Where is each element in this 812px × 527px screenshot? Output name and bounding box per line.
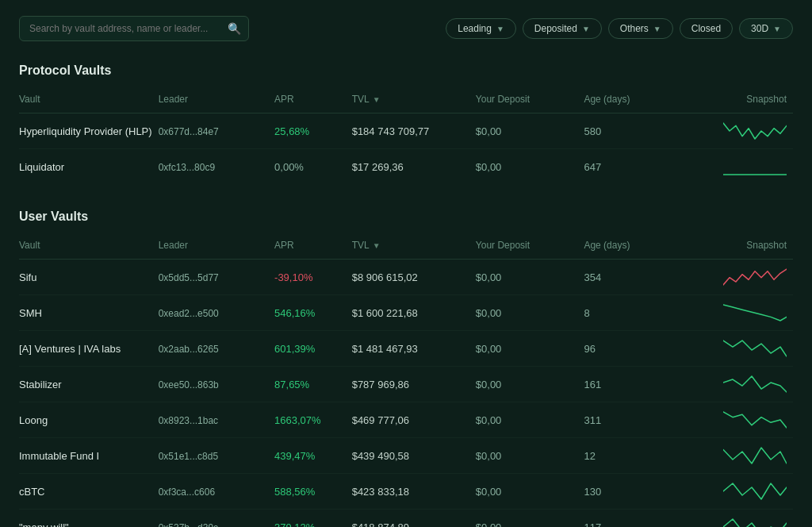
tvl-value: $1 600 221,68 xyxy=(352,307,418,319)
leading-chevron-icon: ▼ xyxy=(496,25,504,33)
protocol-col-leader: Leader xyxy=(159,89,274,113)
protocol-vaults-title: Protocol Vaults xyxy=(19,63,793,78)
tvl-value: $17 269,36 xyxy=(352,161,404,173)
apr-value: 0,00% xyxy=(274,161,304,173)
age-value: 311 xyxy=(584,414,601,426)
age-value: 8 xyxy=(584,307,589,319)
protocol-col-snapshot: Snapshot xyxy=(677,89,793,113)
apr-value: 1663,07% xyxy=(274,414,321,426)
table-row[interactable]: SMH 0xead2...e500 546,16% $1 600 221,68 … xyxy=(19,295,793,331)
protocol-vaults-section: Protocol Vaults Vault Leader APR TVL ▼ Y… xyxy=(19,63,793,184)
filter-group: Leading ▼ Deposited ▼ Others ▼ Closed 30… xyxy=(446,18,793,39)
apr-value: 546,16% xyxy=(274,307,315,319)
vault-name: [A] Ventures | IVA labs xyxy=(19,343,121,355)
time-label: 30D xyxy=(751,23,768,34)
vault-name: Immutable Fund I xyxy=(19,450,99,462)
age-value: 12 xyxy=(584,450,595,462)
tvl-value: $423 833,18 xyxy=(352,486,409,498)
deposit-value: $0,00 xyxy=(476,486,502,498)
table-row[interactable]: "many will" 0x537b...d39c 379,12% $418 8… xyxy=(19,510,793,528)
sparkline xyxy=(723,157,787,176)
search-wrapper: 🔍 xyxy=(19,16,249,41)
age-value: 130 xyxy=(584,486,601,498)
vault-name: Liquidator xyxy=(19,161,64,173)
leader-address: 0x677d...84e7 xyxy=(159,126,219,137)
tvl-value: $184 743 709,77 xyxy=(352,125,430,137)
apr-value: 87,65% xyxy=(274,379,309,390)
user-vaults-table: Vault Leader APR TVL ▼ Your Deposit Age … xyxy=(19,235,793,527)
age-value: 580 xyxy=(584,125,601,137)
sparkline xyxy=(723,121,787,140)
protocol-vaults-table: Vault Leader APR TVL ▼ Your Deposit Age … xyxy=(19,89,793,184)
user-col-deposit: Your Deposit xyxy=(476,235,584,260)
user-col-tvl[interactable]: TVL ▼ xyxy=(352,235,476,260)
apr-value: -39,10% xyxy=(274,271,312,283)
user-vaults-section: User Vaults Vault Leader APR TVL ▼ Your … xyxy=(19,210,793,527)
protocol-col-vault: Vault xyxy=(19,89,159,113)
table-row[interactable]: Stabilizer 0xee50...863b 87,65% $787 969… xyxy=(19,367,793,402)
apr-value: 439,47% xyxy=(274,450,315,462)
top-bar: 🔍 Leading ▼ Deposited ▼ Others ▼ Closed … xyxy=(19,16,793,41)
protocol-col-age: Age (days) xyxy=(584,89,676,113)
deposit-value: $0,00 xyxy=(476,379,502,390)
deposit-value: $0,00 xyxy=(476,161,502,173)
table-row[interactable]: [A] Ventures | IVA labs 0x2aab...6265 60… xyxy=(19,331,793,367)
age-value: 161 xyxy=(584,379,601,390)
tvl-value: $439 490,58 xyxy=(352,450,409,462)
others-filter-button[interactable]: Others ▼ xyxy=(608,18,673,39)
tvl-value: $1 481 467,93 xyxy=(352,343,418,355)
deposit-value: $0,00 xyxy=(476,450,502,462)
vault-name: Sifu xyxy=(19,271,36,283)
user-col-age: Age (days) xyxy=(584,235,676,260)
table-row[interactable]: Sifu 0x5dd5...5d77 -39,10% $8 906 615,02… xyxy=(19,260,793,295)
others-label: Others xyxy=(620,23,649,34)
deposited-filter-button[interactable]: Deposited ▼ xyxy=(523,18,602,39)
table-row[interactable]: Immutable Fund I 0x51e1...c8d5 439,47% $… xyxy=(19,438,793,474)
apr-value: 588,56% xyxy=(274,486,315,498)
protocol-col-deposit: Your Deposit xyxy=(476,89,584,113)
closed-label: Closed xyxy=(691,23,721,34)
deposit-value: $0,00 xyxy=(476,271,502,283)
deposit-value: $0,00 xyxy=(476,125,502,137)
table-row[interactable]: cBTC 0xf3ca...c606 588,56% $423 833,18 $… xyxy=(19,474,793,510)
closed-filter-button[interactable]: Closed xyxy=(680,18,733,39)
deposit-value: $0,00 xyxy=(476,343,502,355)
tvl-value: $787 969,86 xyxy=(352,379,409,390)
age-value: 354 xyxy=(584,271,601,283)
age-value: 647 xyxy=(584,161,601,173)
table-row[interactable]: Hyperliquidity Provider (HLP) 0x677d...8… xyxy=(19,113,793,149)
search-input[interactable] xyxy=(19,16,249,41)
deposit-value: $0,00 xyxy=(476,521,502,528)
vault-name: "many will" xyxy=(19,521,69,528)
leading-filter-button[interactable]: Leading ▼ xyxy=(446,18,516,39)
leader-address: 0x2aab...6265 xyxy=(159,344,219,355)
deposit-value: $0,00 xyxy=(476,414,502,426)
leader-address: 0xead2...e500 xyxy=(159,308,219,319)
leading-label: Leading xyxy=(458,23,492,34)
table-row[interactable]: Liquidator 0xfc13...80c9 0,00% $17 269,3… xyxy=(19,149,793,185)
sparkline xyxy=(723,303,787,322)
apr-value: 601,39% xyxy=(274,343,315,355)
deposited-label: Deposited xyxy=(534,23,577,34)
user-vaults-title: User Vaults xyxy=(19,210,793,224)
sparkline xyxy=(723,446,787,465)
time-filter-button[interactable]: 30D ▼ xyxy=(739,18,793,39)
deposited-chevron-icon: ▼ xyxy=(582,25,590,33)
leader-address: 0x537b...d39c xyxy=(159,522,218,528)
protocol-col-apr: APR xyxy=(274,89,352,113)
table-row[interactable]: Loong 0x8923...1bac 1663,07% $469 777,06… xyxy=(19,402,793,438)
protocol-col-tvl[interactable]: TVL ▼ xyxy=(352,89,476,113)
sparkline xyxy=(723,410,787,429)
user-col-apr: APR xyxy=(274,235,352,260)
tvl-value: $469 777,06 xyxy=(352,414,409,426)
tvl-value: $418 874,89 xyxy=(352,521,409,528)
time-chevron-icon: ▼ xyxy=(773,25,781,33)
age-value: 117 xyxy=(584,521,601,528)
vault-name: cBTC xyxy=(19,486,45,498)
leader-address: 0x51e1...c8d5 xyxy=(159,451,218,462)
user-col-leader: Leader xyxy=(159,235,274,260)
leader-address: 0xf3ca...c606 xyxy=(159,487,215,498)
leader-address: 0xfc13...80c9 xyxy=(159,162,215,173)
user-col-snapshot: Snapshot xyxy=(677,235,793,260)
vault-name: Hyperliquidity Provider (HLP) xyxy=(19,125,152,137)
